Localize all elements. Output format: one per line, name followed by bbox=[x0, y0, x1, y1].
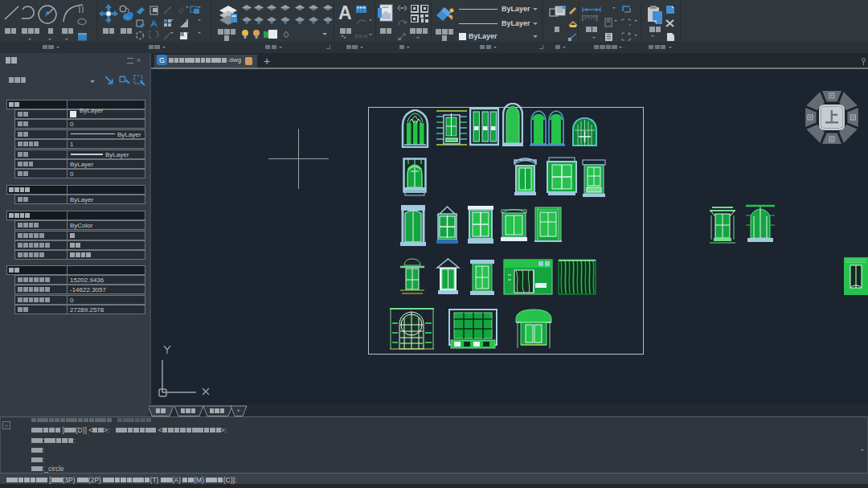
svg-text:G: G bbox=[159, 56, 165, 64]
svg-text:1: 1 bbox=[358, 34, 362, 39]
